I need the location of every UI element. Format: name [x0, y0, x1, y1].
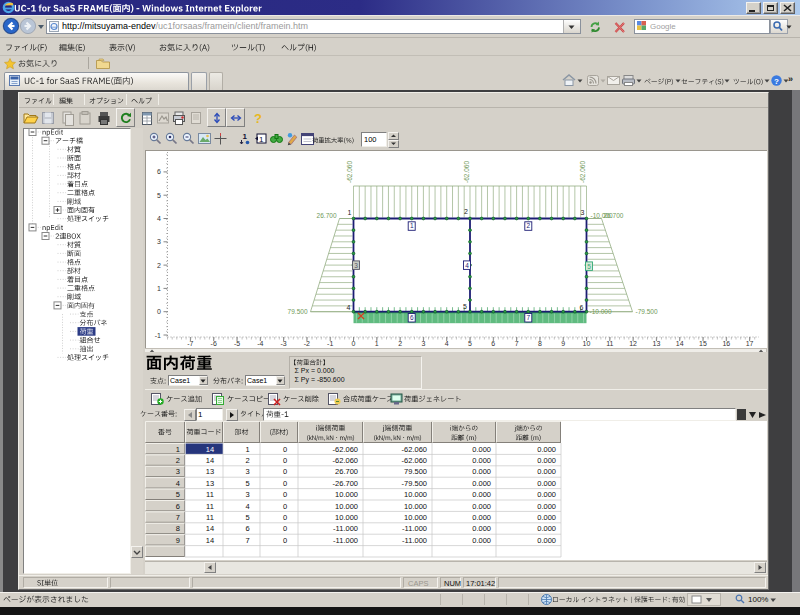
svg-text:3: 3	[245, 467, 249, 476]
svg-text:-6: -6	[211, 340, 217, 347]
svg-text:0.000: 0.000	[537, 502, 556, 511]
svg-text:6: 6	[580, 304, 584, 311]
svg-text:10.000: 10.000	[335, 490, 358, 499]
svg-text:10.000: 10.000	[335, 502, 358, 511]
svg-text:5: 5	[245, 479, 249, 488]
svg-text:0.000: 0.000	[537, 490, 556, 499]
svg-text:0: 0	[352, 340, 356, 347]
svg-text:1: 1	[157, 285, 161, 292]
svg-text:0.000: 0.000	[537, 536, 556, 545]
svg-text:0.000: 0.000	[537, 513, 556, 522]
svg-text:10.000: 10.000	[335, 513, 358, 522]
svg-text:5: 5	[157, 192, 161, 199]
svg-text:12: 12	[629, 340, 637, 347]
svg-text:3: 3	[245, 490, 249, 499]
svg-text:2: 2	[398, 340, 402, 347]
svg-text:1: 1	[348, 209, 352, 216]
svg-text:6: 6	[176, 502, 180, 511]
svg-text:1: 1	[375, 340, 379, 347]
svg-text:2: 2	[464, 208, 468, 215]
svg-text:-1: -1	[155, 332, 161, 339]
svg-text:-11.000: -11.000	[402, 536, 427, 545]
svg-text:17: 17	[746, 340, 754, 347]
svg-text:2: 2	[157, 262, 161, 269]
svg-text:0.000: 0.000	[537, 445, 556, 454]
svg-text:11: 11	[606, 340, 613, 347]
svg-text:10.000: 10.000	[404, 513, 427, 522]
svg-text:0.000: 0.000	[472, 490, 491, 499]
svg-text:0.000: 0.000	[537, 479, 556, 488]
svg-text:0: 0	[283, 490, 287, 499]
svg-text:6: 6	[245, 524, 249, 533]
svg-text:0.000: 0.000	[472, 536, 491, 545]
svg-text:0: 0	[283, 536, 287, 545]
svg-text:9: 9	[561, 340, 565, 347]
svg-text:0.000: 0.000	[472, 445, 491, 454]
svg-text:-11.000: -11.000	[333, 536, 358, 545]
svg-text:-79.500: -79.500	[636, 308, 658, 315]
svg-text:79.500: 79.500	[404, 467, 427, 476]
svg-text:3: 3	[421, 340, 425, 347]
svg-text:14: 14	[206, 536, 214, 545]
svg-text:0.000: 0.000	[472, 467, 491, 476]
svg-text:1: 1	[243, 132, 248, 141]
svg-text:0: 0	[283, 445, 287, 454]
svg-text:-7: -7	[187, 340, 193, 347]
svg-text:11: 11	[206, 490, 214, 499]
svg-text:15: 15	[699, 340, 707, 347]
svg-text:2: 2	[245, 456, 249, 465]
svg-text:0.000: 0.000	[537, 524, 556, 533]
svg-text:5: 5	[176, 490, 180, 499]
svg-text:0.000: 0.000	[472, 456, 491, 465]
svg-text:0.000: 0.000	[537, 456, 556, 465]
svg-text:79.500: 79.500	[288, 308, 308, 315]
svg-text:3: 3	[354, 262, 358, 269]
svg-text:13: 13	[206, 479, 214, 488]
svg-text:10.000: 10.000	[404, 502, 427, 511]
svg-text:7: 7	[245, 536, 249, 545]
svg-text:-4: -4	[257, 340, 263, 347]
svg-text:-11.000: -11.000	[333, 524, 358, 533]
svg-text:8: 8	[176, 524, 180, 533]
svg-text:0: 0	[283, 513, 287, 522]
svg-text:-62.060: -62.060	[333, 456, 358, 465]
svg-text:8: 8	[538, 340, 542, 347]
svg-text:-1: -1	[327, 340, 333, 347]
svg-text:0.000: 0.000	[472, 524, 491, 533]
svg-text:2: 2	[176, 456, 180, 465]
svg-text:5: 5	[587, 263, 591, 270]
svg-text:-79.500: -79.500	[402, 479, 427, 488]
svg-text:26.700: 26.700	[335, 467, 358, 476]
svg-text:0: 0	[283, 456, 287, 465]
svg-text:-11.000: -11.000	[402, 524, 427, 533]
svg-text:6: 6	[410, 314, 414, 321]
svg-text:-62.060: -62.060	[402, 456, 427, 465]
svg-text:4: 4	[157, 215, 161, 222]
svg-text:4: 4	[347, 304, 351, 311]
svg-text:-3: -3	[280, 340, 286, 347]
svg-text:1: 1	[176, 445, 180, 454]
svg-text:-26.700: -26.700	[333, 479, 358, 488]
svg-text:0: 0	[283, 502, 287, 511]
svg-text:6: 6	[157, 168, 161, 175]
svg-text:-62.060: -62.060	[402, 445, 427, 454]
svg-text:2: 2	[526, 222, 530, 229]
svg-text:26.700: 26.700	[604, 212, 624, 219]
svg-text:-5: -5	[234, 340, 240, 347]
svg-text:-2: -2	[304, 340, 310, 347]
svg-text:3: 3	[157, 238, 161, 245]
svg-text:1: 1	[259, 135, 264, 144]
svg-text:0.000: 0.000	[472, 513, 491, 522]
svg-text:-62.060: -62.060	[346, 161, 353, 183]
svg-text:14: 14	[206, 445, 214, 454]
svg-text:0.000: 0.000	[537, 467, 556, 476]
svg-text:14: 14	[206, 524, 214, 533]
svg-text:5: 5	[463, 303, 467, 310]
svg-text:7: 7	[515, 340, 519, 347]
svg-text:-10.000: -10.000	[590, 308, 612, 315]
svg-text:14: 14	[676, 340, 684, 347]
svg-text:0: 0	[283, 524, 287, 533]
svg-text:16: 16	[722, 340, 730, 347]
svg-text:1: 1	[245, 445, 249, 454]
svg-text:?: ?	[774, 77, 779, 86]
